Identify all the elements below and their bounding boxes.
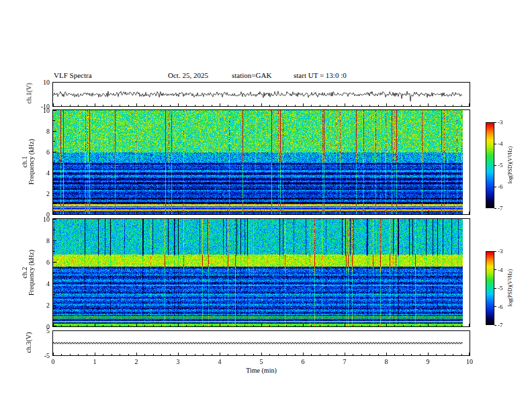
x-minor-tick [203,354,204,355]
x-minor-tick [195,213,195,214]
colorbar-tick [494,306,496,307]
spec1-y-tick-label: 6 [27,148,50,156]
colorbar-tick [494,122,496,123]
x-minor-tick [436,354,437,355]
x-tick [220,353,220,355]
x-tick [220,324,220,326]
x-minor-tick [186,354,187,355]
x-minor-tick [112,354,112,355]
station-label: station=GAK [232,71,271,79]
x-tick [345,103,345,106]
x-minor-tick [378,213,379,214]
x-minor-tick [353,213,353,214]
ch1-waveform-canvas [53,83,470,106]
y-tick [53,193,56,194]
y-tick [53,283,56,284]
ch1-spectrogram-panel [52,109,470,215]
colorbar-tick [494,208,496,209]
x-tick [178,353,179,355]
spec2-y-tick-label: 8 [27,237,50,244]
x-minor-tick [420,325,420,326]
x-minor-tick [161,105,162,106]
ch3-trace-canvas [53,331,470,355]
x-minor-tick [320,325,320,326]
x-minor-tick [70,213,71,214]
x-minor-tick [212,213,212,214]
x-minor-tick [203,105,204,106]
x-minor-tick [269,213,270,214]
x-tick [428,212,429,214]
x-minor-tick [236,213,237,214]
x-minor-tick [78,213,79,214]
colorbar-ch1 [486,122,494,208]
x-minor-tick [269,105,270,106]
colorbar-tick-label: -6 [498,183,503,190]
x-tick [95,103,95,106]
y-tick [53,203,55,204]
x-minor-tick [170,213,171,214]
x-minor-tick [144,354,145,355]
x-minor-tick [70,354,71,355]
x-minor-tick [228,105,228,106]
x-minor-tick [245,325,245,326]
x-minor-tick [378,354,379,355]
x-minor-tick [394,354,395,355]
x-minor-tick [337,213,337,214]
x-minor-tick [195,354,195,355]
colorbar-tick-label: -4 [498,140,503,147]
y-tick [53,141,55,142]
x-minor-tick [453,213,453,214]
colorbar-tick [494,269,496,270]
x-tick [178,103,179,106]
x-minor-tick [70,105,71,106]
y-tick [53,162,55,163]
colorbar-tick [494,165,496,166]
x-minor-tick [245,213,245,214]
x-minor-tick [161,325,162,326]
x-minor-tick [394,325,395,326]
x-minor-tick [378,105,379,106]
x-minor-tick [461,325,462,326]
x-minor-tick [278,105,279,106]
x-tick [469,212,470,214]
x-minor-tick [103,105,103,106]
x-tick [136,324,137,326]
colorbar-tick [494,187,496,187]
vlf-spectra-figure: VLF Spectra Oct. 25, 2025 station=GAK st… [0,0,532,411]
x-minor-tick [195,105,195,106]
x-tick [261,212,262,214]
x-minor-tick [245,105,245,106]
x-minor-tick [203,213,204,214]
x-minor-tick [320,354,320,355]
x-tick-label: 8 [376,358,396,365]
colorbar-tick [494,251,496,252]
y-tick [53,152,56,152]
x-minor-tick [212,354,212,355]
colorbar-tick-label: -3 [498,248,503,255]
colorbar-ch1-label: log(PSD)(V²/Hz) [507,146,513,183]
x-minor-tick [369,325,370,326]
y-tick [53,131,56,132]
x-tick [469,324,470,326]
x-minor-tick [112,325,112,326]
y-tick [53,219,56,220]
x-tick [220,103,220,106]
colorbar-tick-label: -6 [498,304,503,310]
x-minor-tick [253,213,254,214]
figure-title: VLF Spectra [54,71,92,79]
x-tick [136,353,137,355]
x-minor-tick [269,325,270,326]
colorbar-tick-label: -5 [498,162,503,169]
colorbar-ch2-label: log(PSD)(V²/Hz) [507,269,513,306]
y-tick [53,305,56,306]
x-minor-tick [445,105,445,106]
y-tick [53,262,56,263]
ch3-ylabel: ch.3(V) [26,332,32,353]
x-tick [53,353,54,355]
y-tick [53,173,56,173]
spec1-ylabel: ch.1 Frequency (kHz) [21,139,35,185]
x-minor-tick [411,325,412,326]
x-minor-tick [311,354,312,355]
x-minor-tick [286,325,287,326]
spec2-ylabel: ch.2 Frequency (kHz) [21,250,35,295]
